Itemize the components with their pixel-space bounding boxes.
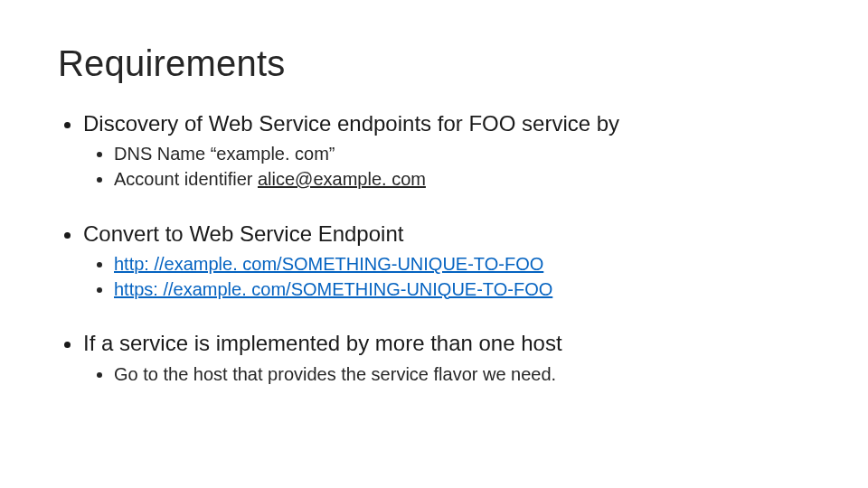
bullet-multihost: If a service is implemented by more than…	[83, 329, 810, 387]
sub-dns: DNS Name “example. com”	[114, 142, 810, 167]
sub-list: Go to the host that provides the service…	[83, 362, 810, 388]
slide: Requirements Discovery of Web Service en…	[0, 0, 868, 488]
bullet-text: Convert to Web Service Endpoint	[83, 221, 403, 246]
sub-flavor: Go to the host that provides the service…	[114, 362, 810, 388]
sub-text: Go to the host that provides the service…	[114, 364, 556, 384]
sub-account: Account identifier alice@example. com	[114, 167, 810, 192]
http-link[interactable]: http: //example. com/SOMETHING-UNIQUE-TO…	[114, 254, 543, 274]
sub-list: DNS Name “example. com” Account identifi…	[83, 142, 810, 192]
https-link[interactable]: https: //example. com/SOMETHING-UNIQUE-T…	[114, 279, 552, 299]
bullet-discovery: Discovery of Web Service endpoints for F…	[83, 109, 810, 192]
slide-title: Requirements	[58, 43, 810, 84]
sub-text: Account identifier	[114, 169, 258, 189]
sub-http: http: //example. com/SOMETHING-UNIQUE-TO…	[114, 252, 810, 277]
sub-list: http: //example. com/SOMETHING-UNIQUE-TO…	[83, 252, 810, 302]
bullet-list: Discovery of Web Service endpoints for F…	[58, 109, 810, 387]
sub-text: DNS Name “example. com”	[114, 144, 335, 164]
bullet-text: If a service is implemented by more than…	[83, 331, 562, 355]
sub-https: https: //example. com/SOMETHING-UNIQUE-T…	[114, 277, 810, 303]
bullet-text: Discovery of Web Service endpoints for F…	[83, 111, 619, 136]
bullet-convert: Convert to Web Service Endpoint http: //…	[83, 220, 810, 303]
email-link[interactable]: alice@example. com	[258, 169, 426, 189]
